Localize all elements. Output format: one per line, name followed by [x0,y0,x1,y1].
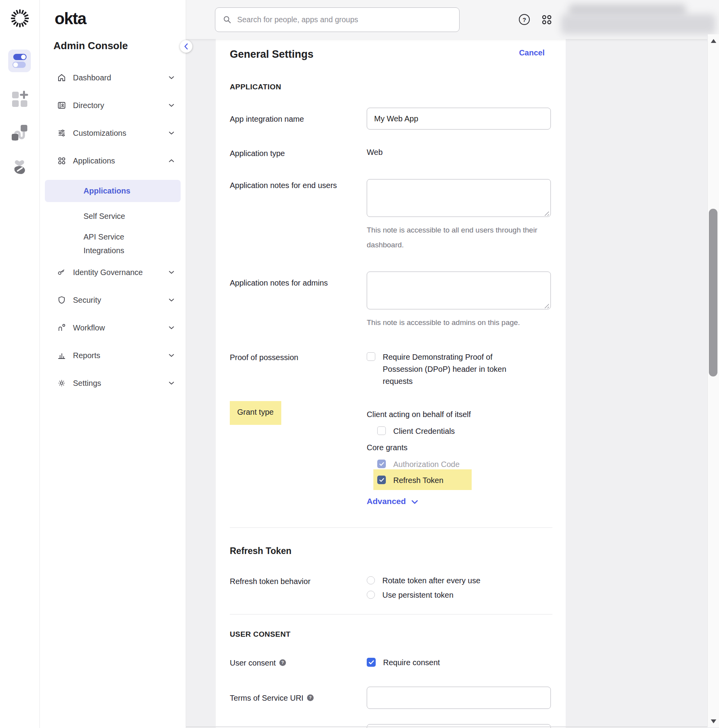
refresh-token-section-title: Refresh Token [230,546,552,556]
notes-end-users-help: This note is accessible to all end users… [367,223,546,252]
persistent-token-label: Use persistent token [382,590,453,601]
refresh-token-behavior-label: Refresh token behavior [230,575,367,588]
policy-uri-label-cell: Policy URI? [230,724,367,728]
id-card-icon [57,101,66,110]
toggles-icon [12,53,27,68]
sidebar-item-label: Settings [73,379,101,388]
search-icon [223,15,232,24]
advanced-toggle[interactable]: Advanced [367,497,552,506]
client-credentials-label: Client Credentials [393,425,455,437]
sidebar-item-label: Dashboard [73,73,111,82]
chevron-up-icon [169,159,174,162]
sidebar-item-settings[interactable]: Settings [39,375,186,392]
user-consent-label-cell: User consent? [230,657,367,669]
rotate-token-radio[interactable] [367,576,375,584]
refresh-token-checkbox[interactable] [377,476,386,484]
icon-rail [0,0,40,728]
sidebar-item-identity-governance[interactable]: Identity Governance [39,264,186,281]
help-badge-icon[interactable]: ? [307,694,314,701]
sidebar-item-dashboard[interactable]: Dashboard [39,69,186,86]
notes-end-users-label: Application notes for end users [230,179,367,192]
sidebar-item-applications[interactable]: Applications [39,152,186,169]
sidebar-item-customizations[interactable]: Customizations [39,124,186,142]
user-account-menu[interactable] [561,3,715,35]
vertical-scrollbar [707,34,719,727]
search-box [215,7,460,32]
proof-of-possession-label: Proof of possession [230,351,367,364]
gear-icon [57,378,66,388]
sidebar-item-label: Directory [73,101,104,110]
section-label-application: APPLICATION [230,83,552,91]
top-bar: ? [186,0,719,39]
tos-uri-input[interactable] [367,687,551,709]
app-integration-name-input[interactable] [367,108,551,130]
sidebar-collapse-button[interactable] [180,40,192,53]
authorization-code-checkbox [377,460,386,468]
help-icon[interactable]: ? [519,14,530,25]
tos-uri-label: Terms of Service URI [230,694,304,702]
scroll-down-arrow[interactable] [711,719,716,723]
sidebar-item-label: Workflow [73,323,105,332]
okta-spinner-logo[interactable] [9,8,30,29]
cancel-button[interactable]: Cancel [519,48,545,57]
user-name-blur [561,14,715,34]
sidebar-item-label: Security [73,296,101,305]
policy-uri-input[interactable] [367,724,551,728]
sidebar-subitem-self-service[interactable]: Self Service [39,208,186,225]
chevron-down-icon [169,326,174,329]
scrollbar-thumb[interactable] [709,209,717,376]
sidebar: okta Admin Console Dashboard Directory C… [39,0,186,728]
general-settings-card: General Settings Cancel APPLICATION App … [216,39,566,728]
persistent-token-radio[interactable] [367,591,375,599]
notes-admins-label: Application notes for admins [230,272,367,289]
client-self-heading: Client acting on behalf of itself [367,410,552,419]
add-apps-icon[interactable] [11,90,29,109]
sidebar-item-reports[interactable]: Reports [39,347,186,364]
require-consent-label: Require consent [383,657,440,669]
apps-grid-icon [57,156,66,165]
client-credentials-checkbox[interactable] [377,426,386,435]
section-divider [230,527,552,528]
chevron-down-icon [169,382,174,385]
admin-console-icon[interactable] [8,50,31,72]
bar-chart-icon [57,351,66,360]
shield-icon [57,295,66,305]
sidebar-nav: Dashboard Directory Customizations Appli… [39,69,186,169]
partner-icon[interactable] [11,158,28,176]
sidebar-item-directory[interactable]: Directory [39,97,186,114]
page-title: General Settings [230,48,314,60]
require-consent-checkbox[interactable] [367,658,376,667]
sidebar-item-label: Customizations [73,129,126,138]
apps-grid-icon[interactable] [541,14,552,25]
search-input[interactable] [236,15,454,25]
dpop-checkbox[interactable] [367,352,375,361]
chevron-down-icon [169,354,174,357]
application-type-value: Web [367,147,552,157]
sidebar-item-workflow[interactable]: Workflow [39,319,186,336]
rotate-token-label: Rotate token after every use [382,575,480,586]
sidebar-subitem-label: Applications [45,186,130,195]
sidebar-subitem-applications[interactable]: Applications [45,180,181,202]
chevron-down-icon [169,104,174,107]
applications-subnav: Applications Self Service API Service In… [39,180,186,257]
okta-logo: okta [55,9,186,28]
sidebar-item-label: Applications [73,156,115,165]
sidebar-item-label: Reports [73,351,100,360]
sidebar-subitem-label: API Service Integrations [83,230,142,257]
sliders-icon [57,128,66,138]
chevron-down-icon [169,298,174,302]
chevron-down-icon [412,500,418,504]
core-grants-heading: Core grants [367,443,552,452]
help-badge-icon[interactable]: ? [279,659,286,666]
home-icon [57,73,66,82]
sidebar-nav-lower: Identity Governance Security Workflow Re… [39,264,186,392]
section-divider [230,614,552,614]
scroll-up-arrow[interactable] [711,39,716,43]
notes-end-users-textarea[interactable] [367,179,551,217]
sidebar-item-label: Identity Governance [73,268,143,277]
sidebar-subitem-api-service-integrations[interactable]: API Service Integrations [39,230,186,257]
workflows-icon[interactable] [11,124,28,141]
grant-type-label-highlight: Grant type [230,401,281,425]
notes-admins-textarea[interactable] [367,272,551,309]
sidebar-item-security[interactable]: Security [39,291,186,309]
